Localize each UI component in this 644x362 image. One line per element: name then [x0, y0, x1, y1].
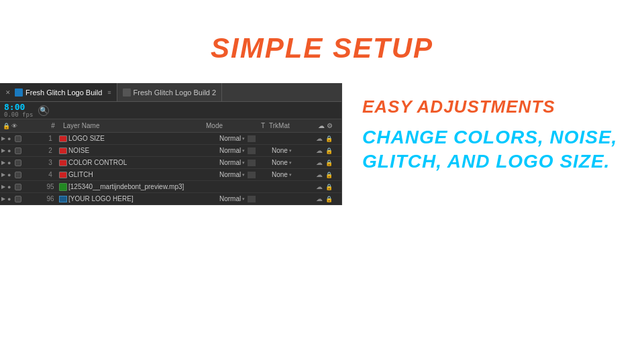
page-title: SIMPLE SETUP: [0, 0, 644, 64]
footage-icon: [59, 183, 67, 191]
layer-number: 3: [43, 159, 58, 166]
layer-shy-icon[interactable]: ☁: [315, 134, 324, 143]
shy-col-icon: ☁: [318, 122, 325, 129]
tab-label-2: Fresh Glitch Logo Build 2: [133, 88, 217, 97]
tab-menu-icon[interactable]: ≡: [107, 89, 111, 96]
layer-shy-icon[interactable]: ☁: [315, 158, 324, 168]
col-controls-header: 🔒 👁: [3, 123, 46, 129]
table-row[interactable]: ▶ ● 95 [125340__martijndebont_preview.mp…: [0, 181, 341, 193]
layer-shy-icon[interactable]: ☁: [315, 194, 324, 204]
dropdown-arrow-icon: ▾: [289, 172, 292, 178]
table-row[interactable]: ▶ ● 1 LOGO SIZE Normal ▾ ☁ 🔒: [0, 133, 341, 145]
col-num-header: #: [46, 122, 60, 129]
dropdown-arrow-icon: ▾: [242, 196, 245, 202]
shy-header-icon: 👁: [11, 123, 17, 129]
solo-button[interactable]: [15, 147, 21, 154]
layer-lock-icon[interactable]: 🔒: [324, 158, 333, 168]
layer-shy-icon[interactable]: ☁: [315, 146, 324, 156]
visibility-icon[interactable]: ●: [7, 160, 14, 166]
dropdown-arrow-icon: ▾: [242, 148, 245, 154]
search-button[interactable]: 🔍: [38, 105, 49, 116]
ae-panel: ✕ Fresh Glitch Logo Build ≡ Fresh Glitch…: [0, 83, 342, 205]
visibility-icon[interactable]: ●: [7, 172, 14, 178]
layer-name: GLITCH: [68, 171, 219, 178]
table-row[interactable]: ▶ ● 2 NOISE Normal ▾ None ▾: [0, 145, 341, 157]
table-row[interactable]: ▶ ● 3 COLOR CONTROL Normal ▾ None ▾: [0, 157, 341, 169]
trkmat-cell[interactable]: None ▾: [272, 147, 315, 154]
easy-adjustments-title: EASY ADJUSTMENTS: [362, 97, 624, 117]
comp-icon-2: [123, 88, 131, 97]
blend-mode-dropdown[interactable]: Normal ▾: [219, 159, 260, 166]
column-headers: 🔒 👁 # Layer Name Mode T TrkMat ☁ ⚙: [0, 119, 341, 133]
blend-mode-dropdown[interactable]: Normal ▾: [219, 171, 260, 178]
visibility-icon[interactable]: ●: [7, 135, 14, 142]
layer-name: LOGO SIZE: [68, 135, 219, 142]
layer-number: 2: [43, 147, 58, 154]
tab-bar: ✕ Fresh Glitch Logo Build ≡ Fresh Glitch…: [0, 83, 341, 102]
layer-number: 96: [43, 195, 58, 202]
layer-name: COLOR CONTROL: [68, 159, 219, 166]
layer-color-swatch: [59, 172, 67, 178]
layer-lock-icon[interactable]: 🔒: [324, 134, 333, 143]
dropdown-arrow-icon: ▾: [289, 148, 292, 154]
dropdown-arrow-icon: ▾: [289, 160, 292, 166]
tab-label-1: Fresh Glitch Logo Build: [25, 88, 102, 97]
col-icons-header: ☁ ⚙: [312, 122, 339, 129]
fps-display: 0.00 fps: [4, 111, 33, 118]
solo-button[interactable]: [15, 196, 21, 202]
layer-lock-icon[interactable]: 🔒: [324, 146, 333, 156]
layer-number: 4: [43, 171, 58, 178]
description-text: CHANGE COLORS, NOISE, GLITCH, AND LOGO S…: [362, 125, 624, 174]
layer-shy-icon[interactable]: ☁: [315, 182, 324, 192]
layers-list: ▶ ● 1 LOGO SIZE Normal ▾ ☁ 🔒: [0, 133, 341, 205]
layer-color-swatch: [59, 147, 67, 154]
col-t-header: T: [257, 122, 269, 129]
expand-arrow-icon[interactable]: ▶: [0, 196, 7, 202]
solo-button[interactable]: [15, 160, 21, 166]
col-name-header: Layer Name: [60, 122, 206, 129]
lock-header-icon: 🔒: [3, 123, 10, 129]
layer-name: [YOUR LOGO HERE]: [68, 195, 219, 202]
solo-button[interactable]: [15, 184, 21, 190]
table-row[interactable]: ▶ ● 96 [YOUR LOGO HERE] Normal ▾ ☁ 🔒: [0, 193, 341, 205]
layer-name: [125340__martijndebont_preview.mp3]: [68, 183, 219, 190]
expand-arrow-icon[interactable]: ▶: [0, 135, 7, 142]
expand-arrow-icon[interactable]: ▶: [0, 184, 7, 190]
comp-icon: [15, 88, 23, 97]
layer-lock-icon[interactable]: 🔒: [324, 170, 333, 180]
blend-mode-dropdown[interactable]: Normal ▾: [219, 135, 260, 142]
layer-name: NOISE: [68, 147, 219, 154]
layer-color-swatch: [59, 160, 67, 166]
trkmat-cell[interactable]: None ▾: [272, 171, 315, 178]
expand-arrow-icon[interactable]: ▶: [0, 172, 7, 178]
layer-shy-icon[interactable]: ☁: [315, 170, 324, 180]
visibility-icon[interactable]: ●: [7, 184, 14, 190]
dropdown-arrow-icon: ▾: [242, 136, 245, 141]
visibility-icon[interactable]: ●: [7, 147, 14, 154]
col-mode-header: Mode: [206, 122, 257, 129]
precomp-icon: [59, 196, 67, 202]
trkmat-cell[interactable]: None ▾: [272, 159, 315, 166]
expand-arrow-icon[interactable]: ▶: [0, 160, 7, 166]
dropdown-arrow-icon: ▾: [242, 172, 245, 178]
tab-fresh-glitch-logo-build[interactable]: ✕ Fresh Glitch Logo Build ≡: [0, 83, 117, 101]
blend-mode-dropdown[interactable]: Normal ▾: [219, 195, 260, 202]
layer-number: 1: [43, 135, 58, 142]
ae-toolbar: 8:00 0.00 fps 🔍: [0, 102, 341, 119]
table-row[interactable]: ▶ ● 4 GLITCH Normal ▾ None ▾: [0, 169, 341, 181]
solo-button[interactable]: [15, 135, 21, 142]
layer-lock-icon[interactable]: 🔒: [324, 182, 333, 192]
lock-col-icon: ⚙: [327, 122, 333, 129]
right-panel: EASY ADJUSTMENTS CHANGE COLORS, NOISE, G…: [342, 83, 644, 188]
visibility-icon[interactable]: ●: [7, 196, 14, 202]
layer-lock-icon[interactable]: 🔒: [324, 194, 333, 204]
blend-mode-dropdown[interactable]: Normal ▾: [219, 147, 260, 154]
layer-color-swatch: [59, 135, 67, 142]
dropdown-arrow-icon: ▾: [242, 160, 245, 166]
solo-button[interactable]: [15, 172, 21, 178]
tab-fresh-glitch-logo-build-2[interactable]: Fresh Glitch Logo Build 2: [117, 83, 223, 101]
expand-arrow-icon[interactable]: ▶: [0, 147, 7, 154]
tab-close-icon[interactable]: ✕: [5, 89, 11, 96]
layer-number: 95: [43, 183, 58, 190]
time-display: 8:00: [4, 103, 25, 111]
